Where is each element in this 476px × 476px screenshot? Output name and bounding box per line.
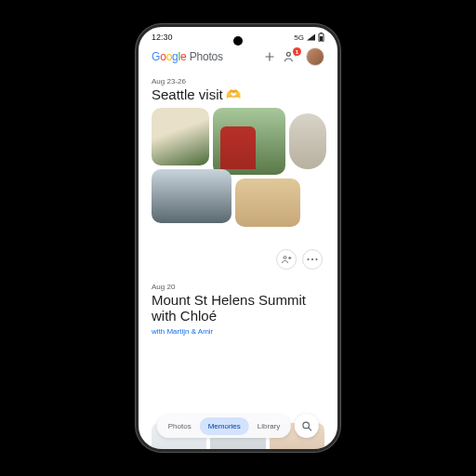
memory-date: Aug 23-26 — [152, 77, 324, 86]
network-label: 5G — [294, 33, 304, 42]
battery-icon — [318, 33, 324, 42]
more-options-button[interactable] — [302, 249, 323, 270]
heart-hands-emoji: 🫶 — [226, 87, 241, 101]
google-photos-logo: Google Photos — [152, 50, 256, 63]
status-icons: 5G — [294, 33, 324, 42]
svg-point-3 — [286, 52, 290, 56]
svg-point-6 — [311, 258, 313, 260]
memory-actions — [152, 249, 324, 270]
account-avatar[interactable] — [306, 47, 324, 66]
add-button[interactable] — [263, 50, 276, 63]
nav-pill: Photos Memories Library — [157, 415, 291, 438]
add-people-button[interactable] — [276, 249, 297, 270]
phone-frame: 12:30 5G Google Photos 1 Aug 23-26 Seatt… — [136, 24, 340, 452]
tab-library[interactable]: Library — [249, 417, 288, 435]
memory-subtitle: with Martijn & Amir — [152, 327, 324, 336]
svg-rect-1 — [321, 33, 323, 33]
tab-memories[interactable]: Memories — [200, 417, 249, 435]
memory-mount-st-helens[interactable]: Aug 20 Mount St Helens Summit with Chloé… — [152, 283, 324, 336]
clock: 12:30 — [152, 33, 173, 42]
svg-point-8 — [303, 422, 310, 429]
memory-date: Aug 20 — [152, 283, 324, 291]
search-icon — [301, 420, 313, 432]
svg-point-7 — [315, 258, 317, 260]
search-button[interactable] — [295, 414, 319, 438]
svg-point-4 — [284, 257, 286, 259]
photo-thumbnail[interactable] — [289, 113, 326, 169]
memory-title: Seattle visit 🫶 — [152, 86, 324, 102]
photo-thumbnail[interactable] — [235, 178, 300, 227]
main-content: Aug 23-26 Seattle visit 🫶 — [139, 72, 337, 397]
photo-thumbnail[interactable] — [213, 108, 285, 175]
signal-icon — [307, 33, 315, 41]
photo-collage[interactable] — [152, 108, 324, 247]
memory-seattle[interactable]: Aug 23-26 Seattle visit 🫶 — [152, 77, 324, 270]
sharing-button[interactable]: 1 — [284, 50, 298, 63]
svg-rect-2 — [320, 36, 323, 41]
tab-photos[interactable]: Photos — [160, 417, 200, 435]
notification-badge: 1 — [293, 47, 301, 56]
photo-thumbnail[interactable] — [152, 108, 209, 165]
app-header: Google Photos 1 — [139, 44, 337, 72]
bottom-nav: Photos Memories Library — [157, 414, 319, 438]
svg-point-5 — [307, 258, 309, 260]
memory-title: Mount St Helens Summit with Chloé — [152, 292, 324, 324]
photo-thumbnail[interactable] — [152, 169, 231, 223]
camera-cutout — [233, 36, 243, 46]
